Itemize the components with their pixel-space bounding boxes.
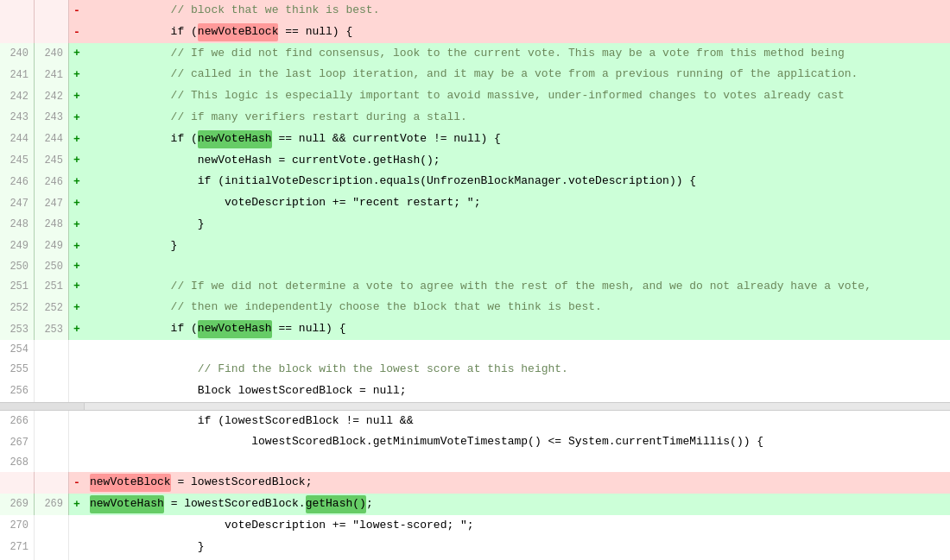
code-row: 253253+ if (newVoteHash == null) {	[0, 318, 950, 340]
line-content: // if many verifiers restart during a st…	[85, 107, 950, 129]
highlight-green: newVoteHash	[198, 130, 272, 148]
line-num-new: 251	[35, 276, 69, 298]
line-num-old: 271	[0, 537, 35, 558]
line-num-new: 247	[35, 192, 69, 214]
line-num-old: 255	[0, 359, 35, 381]
line-num-old	[0, 472, 35, 494]
code-row: 270 voteDescription += "lowest-scored; "…	[0, 515, 950, 537]
line-content	[85, 453, 950, 472]
code-row: 246246+ if (initialVoteDescription.equal…	[0, 171, 950, 192]
line-content: // If we did not find consensus, look to…	[85, 43, 950, 65]
line-num-new	[35, 515, 69, 537]
line-content: // This logic is especially important to…	[85, 85, 950, 107]
diff-marker: +	[69, 129, 85, 150]
line-content	[85, 340, 950, 359]
diff-marker: +	[69, 192, 85, 214]
line-num-old: 240	[0, 43, 35, 65]
line-content: if (newVoteHash == null && currentVote !…	[85, 129, 950, 150]
highlight-red: newVoteBlock	[198, 23, 279, 41]
diff-marker	[69, 515, 85, 537]
line-num-new: 245	[35, 150, 69, 172]
code-row: 249249+ }	[0, 236, 950, 257]
diff-marker: +	[69, 64, 85, 85]
line-num-new: 243	[35, 107, 69, 129]
diff-separator	[0, 402, 950, 411]
line-num-new: 241	[35, 64, 69, 85]
diff-marker: -	[69, 472, 85, 494]
diff-marker: +	[69, 171, 85, 192]
code-row: 243243+ // if many verifiers restart dur…	[0, 107, 950, 129]
line-content: if (lowestScoredBlock != null &&	[85, 411, 950, 432]
code-row: 268	[0, 453, 950, 472]
line-num-old: 249	[0, 236, 35, 257]
line-num-old: 242	[0, 85, 35, 107]
line-num-new: 248	[35, 214, 69, 236]
line-content: // If we did not determine a vote to agr…	[85, 276, 950, 298]
comment-text: // then we independently choose the bloc…	[90, 299, 602, 317]
diff-marker: +	[69, 318, 85, 340]
comment-text: // if many verifiers restart during a st…	[90, 109, 467, 127]
line-content: newVoteHash = currentVote.getHash();	[85, 150, 950, 172]
line-content: // then we independently choose the bloc…	[85, 297, 950, 318]
diff-marker: +	[69, 276, 85, 298]
line-num-old	[0, 0, 35, 22]
comment-text: // If we did not find consensus, look to…	[90, 45, 845, 63]
diff-marker	[69, 453, 85, 472]
line-num-old: 241	[0, 64, 35, 85]
code-row: 244244+ if (newVoteHash == null && curre…	[0, 129, 950, 150]
line-num-old: 254	[0, 340, 35, 359]
diff-marker: +	[69, 85, 85, 107]
comment-text: // called in the last loop iteration, an…	[90, 66, 858, 84]
line-num-new	[35, 359, 69, 381]
code-row: 252252+ // then we independently choose …	[0, 297, 950, 318]
line-content: newVoteBlock = lowestScoredBlock;	[85, 472, 950, 494]
code-row: 248248+ }	[0, 214, 950, 236]
diff-marker	[69, 340, 85, 359]
line-num-new	[35, 472, 69, 494]
diff-marker	[69, 359, 85, 381]
line-content: // Find the block with the lowest score …	[85, 359, 950, 381]
line-num-old: 267	[0, 431, 35, 453]
code-diff-container: - // block that we think is best.- if (n…	[0, 0, 950, 560]
line-num-old: 243	[0, 107, 35, 129]
line-content: lowestScoredBlock.getMinimumVoteTimestam…	[85, 431, 950, 453]
line-num-old: 247	[0, 192, 35, 214]
code-row: 254	[0, 340, 950, 359]
line-num-new	[35, 340, 69, 359]
line-num-old: 266	[0, 411, 35, 432]
line-num-new	[35, 0, 69, 22]
line-content: Block lowestScoredBlock = null;	[85, 381, 950, 402]
line-num-new: 269	[35, 494, 69, 515]
code-row: 267 lowestScoredBlock.getMinimumVoteTime…	[0, 431, 950, 453]
diff-marker: +	[69, 107, 85, 129]
diff-marker: +	[69, 214, 85, 236]
line-num-new: 250	[35, 257, 69, 276]
comment-text: // This logic is especially important to…	[90, 87, 845, 105]
comment-text: // Find the block with the lowest score …	[90, 361, 568, 379]
line-content: if (newVoteBlock == null) {	[85, 22, 950, 43]
comment-text: // If we did not determine a vote to agr…	[90, 278, 871, 296]
diff-marker: -	[69, 0, 85, 22]
line-num-new: 242	[35, 85, 69, 107]
line-num-old: 269	[0, 494, 35, 515]
line-num-new	[35, 431, 69, 453]
highlight-green: newVoteHash	[90, 495, 164, 513]
line-content: if (newVoteHash == null) {	[85, 318, 950, 340]
code-row: 269269+ newVoteHash = lowestScoredBlock.…	[0, 494, 950, 515]
line-content: if (initialVoteDescription.equals(Unfroz…	[85, 171, 950, 192]
line-num-new: 249	[35, 236, 69, 257]
line-content: voteDescription += "recent restart; ";	[85, 192, 950, 214]
code-row: 256 Block lowestScoredBlock = null;	[0, 381, 950, 402]
diff-marker: +	[69, 236, 85, 257]
line-num-old: 244	[0, 129, 35, 150]
highlight-green: getHash()	[306, 495, 366, 513]
code-row: 242242+ // This logic is especially impo…	[0, 85, 950, 107]
line-num-new	[35, 537, 69, 558]
code-row: 247247+ voteDescription += "recent resta…	[0, 192, 950, 214]
code-row: 241241+ // called in the last loop itera…	[0, 64, 950, 85]
diff-marker	[69, 411, 85, 432]
line-num-old: 256	[0, 381, 35, 402]
line-num-old: 248	[0, 214, 35, 236]
code-row: 271 }	[0, 537, 950, 558]
code-row: 255 // Find the block with the lowest sc…	[0, 359, 950, 381]
